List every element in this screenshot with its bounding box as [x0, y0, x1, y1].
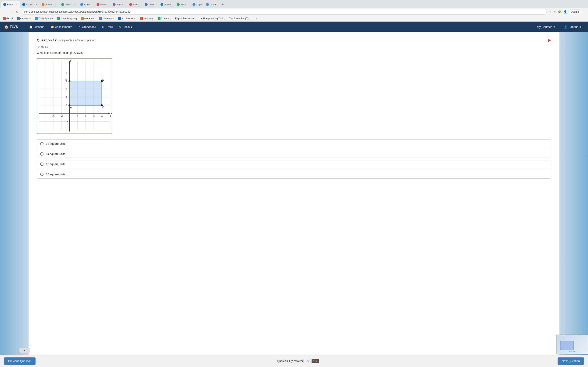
bookmark-icon[interactable]: ☆ [553, 10, 556, 14]
answer-choice-a[interactable]: 12 square units [37, 140, 551, 148]
user-profile-link[interactable]: 👤 Sabrina ▾ [561, 22, 584, 31]
new-tab-button[interactable]: + [220, 1, 225, 8]
my-courses-link[interactable]: My Courses ▾ [534, 22, 558, 31]
svg-text:5: 5 [66, 72, 67, 74]
tab-acade2[interactable]: Acade... [158, 1, 174, 8]
tab-icon [22, 3, 25, 6]
lessons-label: Lessons [34, 25, 44, 29]
tab-copy[interactable]: Copy [190, 1, 204, 8]
my-courses-chevron: ▾ [553, 25, 555, 29]
gradebook-link[interactable]: ✔ Gradebook [75, 22, 99, 31]
question-title: Question 12 (Multiple Choice Worth 1 poi… [37, 38, 95, 42]
radio-b[interactable] [40, 152, 43, 156]
bookmark-digital[interactable]: Digital Resources... [174, 17, 197, 20]
bookmark-ap-classroom[interactable]: ap classroom [117, 17, 137, 20]
tab-icon [61, 3, 64, 6]
assessments-link[interactable]: 📁 Assessments [48, 22, 75, 31]
flag-icon[interactable]: ⚑ [548, 38, 551, 43]
tab-courses[interactable]: Cours... ✕ [20, 1, 39, 8]
flvs-logo[interactable]: 🏠 FLVS [4, 25, 18, 29]
bookmark-paraphrase[interactable]: ✂ Paraphrasing Tool... [200, 17, 226, 20]
bookmark-activity-log[interactable]: My Activity Log [56, 17, 78, 20]
tab-label: Inbox... [133, 3, 140, 6]
email-label: Email [106, 25, 113, 29]
tab-summ[interactable]: summ... [95, 1, 111, 8]
answer-choice-c[interactable]: 16 square units [37, 160, 551, 168]
email-link[interactable]: ✉ Email [99, 22, 116, 31]
tab-label: Exam... [7, 3, 15, 6]
lessons-icon: 📋 [29, 25, 33, 29]
extension-icon[interactable]: 🧩 [558, 10, 562, 14]
answer-text-d: 18 square units [46, 173, 66, 176]
forward-button[interactable]: → [9, 9, 13, 14]
tab-icon [42, 3, 44, 6]
point-b [68, 80, 70, 82]
reload-button[interactable]: ↻ [15, 9, 19, 14]
bookmark-membean[interactable]: membean [80, 17, 96, 20]
email-icon: ✉ [102, 25, 104, 29]
coordinate-graph: x y -2 -1 1 2 3 4 5 1 2 3 4 5 -1 [37, 58, 112, 134]
tab-bar: Exam... ✕ Cours... ✕ Acade... ✕ 2022-...… [0, 0, 588, 8]
answered-count: 0 [313, 360, 314, 362]
bookmark-daily-agenda[interactable]: Daily Agenda [34, 17, 54, 20]
tab-florid[interactable]: Florid... [175, 1, 190, 8]
nav-right: My Courses ▾ 👤 Sabrina ▾ [534, 22, 584, 31]
answer-choice-b[interactable]: 14 square units [37, 150, 551, 158]
svg-text:-2: -2 [65, 128, 67, 131]
tools-label: Tools [123, 25, 130, 29]
menu-icon[interactable]: ⋮ [582, 10, 586, 14]
tab-close[interactable]: ✕ [35, 3, 37, 6]
nav-links: 📋 Lessons 📁 Assessments ✔ Gradebook ✉ Em… [26, 22, 534, 31]
bookmark-classroom[interactable]: classroom [98, 17, 115, 20]
tab-exam[interactable]: Exam... ✕ [1, 1, 20, 8]
tab-inbox[interactable]: Inbox... [127, 1, 143, 8]
profile-icon[interactable]: 👤 [563, 10, 567, 14]
tools-link[interactable]: ⚙ Tools ▾ [116, 22, 135, 31]
tab-icon [177, 3, 180, 6]
tab-close[interactable]: ✕ [16, 3, 18, 6]
bookmark-preamble[interactable]: The Preamble | Th... [228, 17, 252, 20]
tab-born[interactable]: Born a... [111, 1, 127, 8]
bookmark-codeorg[interactable]: Code.org [157, 17, 172, 20]
question-code: (04.03 LC) [37, 45, 551, 48]
svg-text:D: D [103, 106, 104, 109]
tab-2022[interactable]: 2022-... ✕ [59, 1, 78, 8]
share-icon[interactable]: ⬆ [548, 10, 552, 14]
user-icon: 👤 [564, 25, 567, 29]
lessons-link[interactable]: 📋 Lessons [26, 22, 47, 31]
tab-icon [145, 3, 148, 6]
back-button[interactable]: ← [2, 9, 7, 14]
svg-text:-1: -1 [61, 115, 63, 117]
tools-icon: ⚙ [119, 25, 122, 29]
question-select[interactable]: Question 1 (Answered) [274, 358, 310, 364]
scroll-hint-button[interactable]: ▼ [19, 348, 30, 353]
tab-nosla[interactable]: no sla... [204, 1, 220, 8]
previous-question-button[interactable]: Previous Question [4, 358, 35, 365]
tab-icon [160, 3, 163, 6]
bookmarks-more-button[interactable]: » [255, 17, 257, 20]
tab-label: Born a... [117, 3, 125, 6]
answer-choice-d[interactable]: 18 square units [37, 170, 551, 179]
update-button[interactable]: Update [569, 9, 581, 14]
membean-icon [81, 17, 84, 20]
radio-a[interactable] [40, 142, 43, 145]
mathway-icon [140, 17, 143, 20]
next-question-button[interactable]: Next Question [558, 358, 584, 365]
answer-text-b: 14 square units [46, 152, 66, 156]
tab-class[interactable]: Class... [143, 1, 158, 8]
logo-text: FLVS [10, 25, 18, 29]
radio-d[interactable] [40, 173, 43, 176]
bookmark-veracross[interactable]: veracross [16, 17, 32, 20]
tab-acade1[interactable]: Acade... ✕ [40, 1, 59, 8]
tab-extrac[interactable]: extrac... [78, 1, 94, 8]
thumbnail-popup: preview [556, 334, 588, 354]
rectangle-abcd [69, 81, 102, 105]
bookmark-mathway[interactable]: mathway [139, 17, 154, 20]
address-input[interactable] [21, 9, 547, 15]
svg-text:x: x [111, 112, 112, 115]
bookmark-gmail[interactable]: Gmail [2, 17, 13, 20]
tab-close[interactable]: ✕ [55, 3, 57, 6]
radio-c[interactable] [40, 162, 43, 166]
svg-text:4: 4 [102, 115, 103, 117]
tab-close[interactable]: ✕ [74, 3, 76, 6]
